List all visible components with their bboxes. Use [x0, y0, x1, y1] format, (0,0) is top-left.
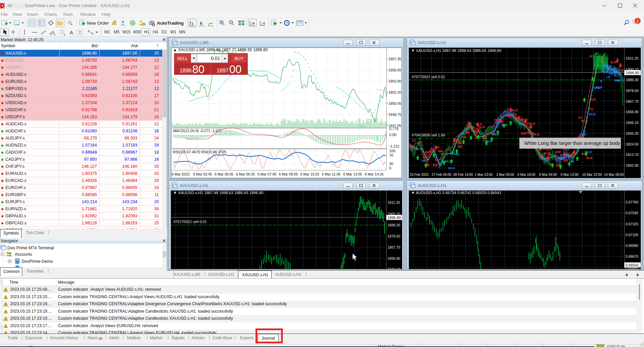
svg-text:27 Feb 05:00: 27 Feb 05:00	[432, 173, 451, 177]
svg-text:BLB: BLB	[425, 150, 432, 154]
svg-text:1889.30: 1889.30	[626, 78, 639, 82]
svg-text:HM: HM	[556, 150, 561, 154]
svg-text:1852.20: 1852.20	[388, 90, 401, 94]
svg-text:#70770021 sell 0.01: #70770021 sell 0.01	[173, 220, 207, 224]
svg-text:HM: HM	[506, 115, 511, 118]
svg-text:1846.10: 1846.10	[387, 267, 400, 269]
svg-text:SS: SS	[578, 116, 582, 119]
svg-text:RSI(13) 67.4670 RSI(3) 96.372: RSI(13) 67.4670 RSI(3) 96.3725	[173, 150, 226, 154]
svg-text:1896.80: 1896.80	[387, 216, 401, 220]
svg-text:0.01: 0.01	[211, 56, 220, 61]
svg-text:0.67540: 0.67540	[625, 211, 638, 215]
svg-text:6 Mar 11:45: 6 Mar 11:45	[322, 172, 340, 176]
svg-text:B: B	[600, 80, 603, 83]
svg-text:XLS: XLS	[511, 113, 517, 116]
svg-text:6 Mar 2023: 6 Mar 2023	[172, 172, 190, 176]
svg-text:BLB: BLB	[533, 133, 539, 136]
svg-text:WLB: WLB	[596, 86, 603, 89]
svg-text:14 Mar 08:00: 14 Mar 08:00	[604, 173, 624, 177]
svg-text:1878.50: 1878.50	[626, 89, 639, 93]
svg-text:1802.90: 1802.90	[626, 163, 639, 167]
svg-text:1: 1	[636, 19, 639, 24]
svg-text:SX: SX	[457, 145, 463, 149]
svg-text:100: 100	[389, 149, 395, 153]
svg-text:70: 70	[389, 153, 393, 157]
svg-text:WLB: WLB	[448, 166, 455, 170]
svg-text:BUY: BUY	[235, 56, 244, 61]
svg-text:0.67760: 0.67760	[625, 200, 638, 204]
svg-text:0.775: 0.775	[389, 127, 399, 131]
svg-text:LS: LS	[455, 153, 460, 156]
svg-text:BLB: BLB	[610, 61, 617, 64]
svg-text:BLB: BLB	[586, 156, 592, 160]
svg-text:BLB: BLB	[529, 122, 535, 125]
svg-text:0.67105: 0.67105	[625, 233, 638, 237]
svg-text:9 Mar 13:00: 9 Mar 13:00	[561, 173, 579, 177]
svg-text:▲ XAUUSD.s,M5 1896.88 1897.27: ▲ XAUUSD.s,M5 1896.88 1897.27 1896.55 18…	[173, 48, 268, 52]
svg-text:Accounts: Accounts	[15, 252, 32, 257]
svg-text:1889.30: 1889.30	[387, 223, 400, 227]
svg-text:▼ XAUUSD.s,H1 1887.48 1898.63: ▼ XAUUSD.s,H1 1887.48 1898.63 1886.65 18…	[173, 191, 263, 195]
svg-text:BLB: BLB	[521, 118, 528, 121]
svg-text:28 Feb 14:00: 28 Feb 14:00	[453, 173, 473, 177]
svg-text:LB: LB	[606, 75, 610, 79]
svg-text:1897: 1897	[216, 68, 229, 73]
svg-text:1856.90: 1856.90	[387, 256, 400, 260]
svg-text:0.00: 0.00	[389, 133, 396, 137]
svg-text:LP: LP	[417, 141, 421, 144]
svg-text:#70419830 sell 1.00: #70419830 sell 1.00	[412, 133, 445, 137]
svg-text:80: 80	[192, 63, 205, 75]
svg-text:HR: HR	[422, 159, 426, 162]
svg-text:6 Mar 06:25: 6 Mar 06:25	[236, 172, 255, 176]
svg-text:XS: XS	[526, 131, 530, 135]
svg-text:F: F	[64, 34, 65, 36]
svg-text:New Order: New Order	[87, 21, 109, 26]
svg-text:30: 30	[389, 162, 393, 166]
svg-text:1824.50: 1824.50	[626, 142, 639, 146]
svg-text:Doo Prime MT4 Terminal: Doo Prime MT4 Terminal	[7, 246, 54, 250]
svg-text:HI: HI	[589, 55, 592, 58]
svg-text:1867.70: 1867.70	[626, 99, 639, 103]
svg-text:6 Mar 05:05: 6 Mar 05:05	[214, 172, 233, 176]
svg-text:SX: SX	[474, 129, 479, 133]
svg-text:1848.75: 1848.75	[388, 113, 401, 117]
svg-text:6 Mar 10:25: 6 Mar 10:25	[300, 172, 319, 176]
svg-text:1911.20: 1911.20	[387, 200, 400, 204]
svg-text:6 Mar 13:05: 6 Mar 13:05	[343, 172, 362, 176]
svg-text:TU: TU	[464, 127, 468, 131]
svg-text:E: E	[54, 33, 56, 36]
svg-text:1896: 1896	[179, 68, 192, 73]
svg-text:HM: HM	[465, 131, 470, 134]
svg-text:GLB: GLB	[478, 125, 485, 129]
svg-text:HM: HM	[569, 160, 574, 163]
svg-text:1 Mar 23:00: 1 Mar 23:00	[475, 173, 493, 177]
svg-text:B: B	[583, 130, 586, 133]
svg-text:1896.80: 1896.80	[626, 71, 639, 75]
svg-text:SELL: SELL	[177, 56, 188, 61]
svg-text:WLB: WLB	[589, 113, 596, 116]
svg-text:#70770021 sell 0.01: #70770021 sell 0.01	[412, 75, 445, 79]
svg-text:6 Mar 14:25: 6 Mar 14:25	[365, 172, 383, 176]
svg-text:X: X	[441, 152, 443, 156]
svg-text:BLB: BLB	[544, 152, 550, 155]
svg-text:MACD(12,26,9) -0.271 -1.977: MACD(12,26,9) -0.271 -1.977	[173, 129, 222, 133]
svg-text:1846.10: 1846.10	[626, 121, 639, 125]
svg-text:1911.20: 1911.20	[626, 56, 638, 60]
svg-text:TLS: TLS	[518, 122, 524, 125]
svg-text:1857.35: 1857.35	[388, 57, 401, 61]
svg-text:23 Feb 2023: 23 Feb 2023	[410, 173, 429, 177]
svg-text:1867.70: 1867.70	[387, 245, 400, 249]
svg-text:TB: TB	[414, 146, 418, 150]
svg-text:0.66670: 0.66670	[625, 254, 638, 258]
svg-text:6 Mar 09:05: 6 Mar 09:05	[279, 172, 298, 176]
svg-text:T: T	[79, 31, 81, 35]
svg-text:0.66890: 0.66890	[625, 244, 638, 248]
svg-text:1850.45: 1850.45	[388, 101, 401, 105]
svg-text:DooPrime-Demo: DooPrime-Demo	[22, 259, 53, 264]
svg-text:4291/3 kb: 4291/3 kb	[607, 345, 625, 347]
svg-text:X: X	[471, 125, 473, 128]
svg-text:AutoTrading: AutoTrading	[157, 21, 184, 26]
svg-text:00: 00	[229, 63, 242, 75]
svg-text:-1.211: -1.211	[389, 144, 399, 148]
svg-text:BLB: BLB	[581, 119, 588, 123]
